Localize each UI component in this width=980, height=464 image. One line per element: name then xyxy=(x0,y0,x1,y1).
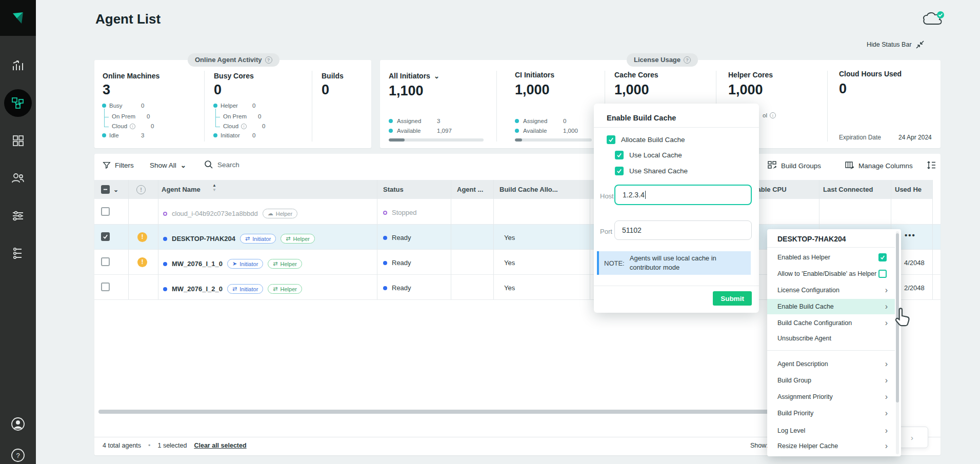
text-caret xyxy=(645,191,646,199)
info-icon[interactable]: ? xyxy=(265,56,272,64)
chevron-right-icon: › xyxy=(885,302,888,311)
column-header-status[interactable]: Status xyxy=(383,186,404,193)
menu-item-resize-helper-cache[interactable]: Resize Helper Cache › xyxy=(767,438,895,454)
divider xyxy=(594,286,759,286)
select-all-checkbox[interactable]: ⌄ xyxy=(101,185,118,194)
divider xyxy=(767,247,895,248)
chevron-right-icon: › xyxy=(885,286,888,295)
sidebar-item-users[interactable] xyxy=(0,166,36,190)
enable-build-cache-modal: Enable Build Cache Allocate Build Cache … xyxy=(594,104,759,313)
hide-status-bar-toggle[interactable]: Hide Status Bar xyxy=(867,41,924,49)
menu-item-unsubscribe-agent[interactable]: Unsubscribe Agent xyxy=(767,331,895,346)
menu-item-allow-enable-disable[interactable]: Allow to 'Enable/Disable' as Helper xyxy=(767,266,895,281)
use-shared-cache-checkbox[interactable]: Use Shared Cache xyxy=(615,167,688,175)
chevron-down-icon[interactable]: ⌄ xyxy=(113,186,118,193)
info-icon[interactable]: i xyxy=(130,124,135,129)
license-usage-pill: License Usage ? xyxy=(627,53,698,67)
tree-line xyxy=(104,109,105,127)
tree-line xyxy=(215,117,220,117)
sort-icon[interactable]: ▲ ▼ xyxy=(212,183,216,192)
row-checkbox[interactable] xyxy=(101,207,110,218)
host-input[interactable]: 1.2.3.4 xyxy=(614,185,752,205)
column-header-agent[interactable]: Agent ... xyxy=(457,186,483,193)
agent-name-cell[interactable]: cloud_i-04b92c073e1a8bbdd ☁Helper xyxy=(163,209,297,218)
pipeline-icon xyxy=(11,247,25,260)
row-more-button[interactable]: ••• xyxy=(905,231,916,239)
note-box: NOTE: Agents will use local cache in con… xyxy=(597,251,751,275)
online-machines-value: 3 xyxy=(103,82,110,98)
info-icon[interactable]: ? xyxy=(684,56,691,64)
unchecked-checkbox-icon[interactable] xyxy=(878,270,887,278)
clear-all-selected-link[interactable]: Clear all selected xyxy=(194,442,246,449)
row-density-button[interactable] xyxy=(926,160,936,170)
info-icon[interactable]: i xyxy=(770,112,776,118)
row-checkbox[interactable] xyxy=(101,232,110,241)
assigned-label: Assigned xyxy=(523,118,563,124)
manage-columns-button[interactable]: Manage Columns xyxy=(845,161,913,170)
agent-dot xyxy=(163,262,167,266)
all-initiators-selector[interactable]: All Initiators ⌄ xyxy=(389,72,439,80)
sidebar-item-settings[interactable] xyxy=(0,204,36,228)
divider xyxy=(827,71,828,142)
checkbox-label: Use Local Cache xyxy=(629,151,682,159)
row-checkbox[interactable] xyxy=(101,283,110,293)
grid-icon xyxy=(12,134,25,147)
menu-item-build-priority[interactable]: Build Priority › xyxy=(767,406,895,421)
info-icon[interactable]: i xyxy=(241,124,247,129)
search-input[interactable]: Search xyxy=(204,160,239,169)
sidebar-item-pipeline[interactable] xyxy=(0,241,36,265)
agent-name-cell[interactable]: MW_2076_I_2_0 ⇄Initiator ⇄Helper xyxy=(163,284,302,294)
all-initiators-value: 1,100 xyxy=(389,83,424,99)
horizontal-scrollbar[interactable] xyxy=(98,410,773,414)
menu-item-enabled-as-helper[interactable]: Enabled as Helper xyxy=(767,250,895,265)
warning-icon[interactable]: ! xyxy=(137,232,147,242)
status-cell: Ready xyxy=(383,259,411,267)
cache-cores-value: 1,000 xyxy=(614,82,649,98)
chevron-right-icon: › xyxy=(885,376,888,385)
sidebar-item-dashboard[interactable] xyxy=(0,54,36,77)
menu-item-build-cache-configuration[interactable]: Build Cache Configuration › xyxy=(767,315,895,331)
sidebar-item-builds[interactable] xyxy=(0,129,36,152)
menu-item-agent-description[interactable]: Agent Description › xyxy=(767,356,895,372)
menu-item-label: Assignment Priority xyxy=(777,393,885,400)
tree-line xyxy=(104,117,109,117)
column-header-agent-name[interactable]: Agent Name xyxy=(162,186,201,193)
cloud-status-button[interactable] xyxy=(921,10,946,29)
available-dot xyxy=(515,129,519,133)
available-dot xyxy=(389,129,393,133)
chevron-right-icon: › xyxy=(885,359,888,369)
divider xyxy=(128,180,129,299)
filters-button[interactable]: Filters xyxy=(103,161,134,169)
sidebar: ? xyxy=(0,0,36,464)
row-checkbox[interactable] xyxy=(101,257,110,268)
menu-item-enable-build-cache[interactable]: Enable Build Cache › xyxy=(767,299,895,314)
submit-button[interactable]: Submit xyxy=(713,291,752,306)
total-agents-label: 4 total agents xyxy=(103,442,141,449)
menu-item-assignment-priority[interactable]: Assignment Priority › xyxy=(767,389,895,405)
column-header-build-cache[interactable]: Build Cache Allo... xyxy=(499,186,558,193)
menu-item-label: Enable Build Cache xyxy=(777,303,885,310)
sidebar-item-help[interactable]: ? xyxy=(0,443,36,464)
port-input[interactable]: 51102 xyxy=(614,220,752,240)
column-header-used-helper[interactable]: Used He xyxy=(895,186,931,193)
menu-item-license-configuration[interactable]: License Configuration › xyxy=(767,283,895,298)
next-page-button[interactable]: › xyxy=(911,433,913,442)
build-groups-button[interactable]: Build Groups xyxy=(768,161,821,170)
checked-checkbox-icon[interactable] xyxy=(878,253,887,261)
show-all-dropdown[interactable]: Show All ⌄ xyxy=(150,161,186,169)
column-header-last-connected[interactable]: Last Connected xyxy=(823,186,873,193)
brand-logo[interactable] xyxy=(0,0,36,36)
allocate-build-cache-checkbox[interactable]: Allocate Build Cache xyxy=(607,135,685,144)
hide-status-bar-label: Hide Status Bar xyxy=(867,41,912,48)
menu-item-log-level[interactable]: Log Level › xyxy=(767,423,895,438)
agent-name-cell[interactable]: MW_2076_I_1_0 ➤Initiator ⇄Helper xyxy=(163,259,302,269)
use-local-cache-checkbox[interactable]: Use Local Cache xyxy=(615,151,682,159)
agent-name-cell[interactable]: DESKTOP-7HAK204 ⇄Initiator ⇄Helper xyxy=(163,234,315,244)
agent-dot xyxy=(163,212,167,216)
sync-icon: ⇄ xyxy=(232,286,237,292)
sidebar-item-profile[interactable] xyxy=(0,412,36,436)
menu-item-build-group[interactable]: Build Group › xyxy=(767,373,895,388)
app-window: ? Agent List Hide Status Bar Online Agen… xyxy=(0,0,980,464)
sidebar-item-agents-active[interactable] xyxy=(4,89,32,117)
warning-icon[interactable]: ! xyxy=(137,257,147,267)
